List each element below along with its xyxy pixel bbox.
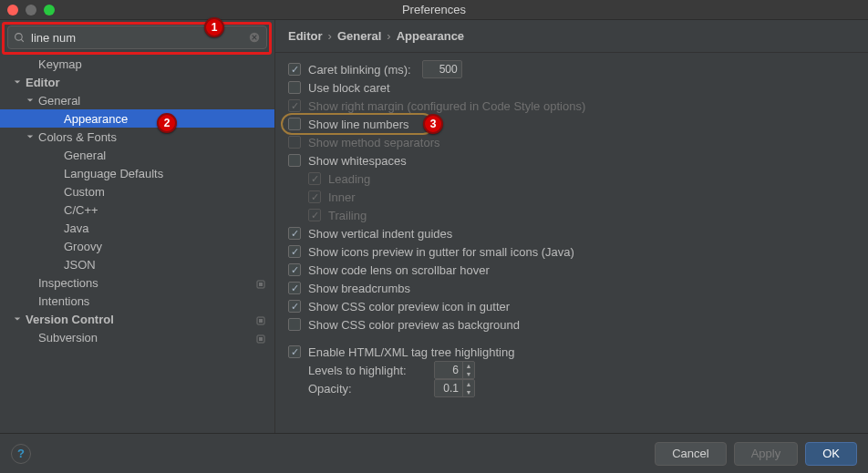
disclosure-icon [51,187,60,196]
vertical-indent-label: Show vertical indent guides [308,227,452,241]
disclosure-icon [51,114,60,123]
disclosure-icon [26,296,35,305]
show-right-margin-label: Show right margin (configured in Code St… [308,99,585,113]
disclosure-icon [26,59,35,68]
opacity-spinner[interactable]: ▲▼ [462,380,474,396]
disclosure-icon [26,333,35,342]
disclosure-icon [51,205,60,214]
use-block-caret-label: Use block caret [308,81,390,95]
svg-line-1 [21,39,24,42]
breadcrumb-part: Appearance [397,29,464,43]
cancel-button[interactable]: Cancel [655,442,726,466]
icons-preview-label: Show icons preview in gutter for small i… [308,245,574,259]
css-bg-label: Show CSS color preview as background [308,318,520,332]
sidebar-item-general[interactable]: General [0,91,274,109]
project-scope-icon [256,333,265,342]
caret-blinking-field[interactable] [422,60,462,78]
vertical-indent-checkbox[interactable] [288,227,301,240]
ok-button[interactable]: OK [805,442,857,466]
sidebar-item-groovy[interactable]: Groovy [0,237,274,255]
disclosure-icon [26,132,35,141]
sidebar-item-keymap[interactable]: Keymap [0,55,274,73]
svg-rect-4 [259,283,263,286]
code-lens-label: Show code lens on scrollbar hover [308,263,490,277]
svg-rect-8 [259,337,263,341]
sidebar-item-json[interactable]: JSON [0,255,274,273]
sidebar-item-label: Editor [26,76,60,89]
sidebar-item-appearance[interactable]: Appearance [0,109,274,128]
opacity-input[interactable] [435,382,462,395]
disclosure-icon [51,150,60,159]
svg-rect-6 [259,319,263,323]
sidebar-item-version-control[interactable]: Version Control [0,310,274,328]
breadcrumb-part: General [337,29,381,43]
show-line-numbers-checkbox[interactable] [288,118,301,130]
close-window-icon[interactable] [7,5,18,15]
content-panel: Editor › General › Appearance Caret blin… [275,20,868,433]
opacity-field[interactable]: ▲▼ [434,379,475,397]
chevron-right-icon: › [387,29,390,43]
sidebar-item-custom[interactable]: Custom [0,182,274,201]
disclosure-icon [51,260,60,269]
sidebar-item-subversion[interactable]: Subversion [0,328,274,346]
zoom-window-icon[interactable] [44,5,55,15]
spinner-down-icon[interactable]: ▼ [463,370,474,378]
sidebar-item-colors-fonts[interactable]: Colors & Fonts [0,128,274,146]
clear-search-icon[interactable] [248,31,261,44]
caret-blinking-checkbox[interactable] [288,63,301,76]
levels-field[interactable]: ▲▼ [434,361,475,379]
breadcrumb: Editor › General › Appearance [275,20,868,53]
sidebar-item-intentions[interactable]: Intentions [0,292,274,310]
titlebar: Preferences [0,0,868,20]
sidebar-item-c-c-[interactable]: C/C++ [0,201,274,219]
levels-spinner[interactable]: ▲▼ [462,362,474,378]
project-scope-icon [256,278,265,287]
sidebar-item-java[interactable]: Java [0,219,274,237]
sidebar-item-label: Language Defaults [64,167,163,180]
sidebar-item-label: Version Control [26,313,114,326]
inner-label: Inner [328,190,356,204]
sidebar-item-general[interactable]: General [0,146,274,164]
css-gutter-checkbox[interactable] [288,300,301,313]
disclosure-icon [51,223,60,232]
sidebar-item-label: Colors & Fonts [38,130,117,144]
preferences-tree[interactable]: KeymapEditorGeneralAppearanceColors & Fo… [0,55,274,433]
levels-input[interactable] [435,364,462,376]
sidebar-item-inspections[interactable]: Inspections [0,273,274,292]
sidebar-item-label: Intentions [38,294,89,308]
search-input[interactable] [31,31,248,45]
css-bg-checkbox[interactable] [288,318,301,331]
show-line-numbers-label: Show line numbers [308,118,409,131]
sidebar-item-editor[interactable]: Editor [0,73,274,91]
spinner-up-icon[interactable]: ▲ [463,380,474,388]
spinner-down-icon[interactable]: ▼ [463,388,474,396]
inner-checkbox [308,190,321,203]
disclosure-icon [13,314,22,324]
css-gutter-label: Show CSS color preview icon in gutter [308,300,510,314]
disclosure-icon [13,77,22,87]
help-button[interactable]: ? [11,444,31,464]
sidebar-item-label: General [38,94,80,108]
svg-point-0 [16,33,23,40]
use-block-caret-checkbox[interactable] [288,81,301,94]
footer: ? Cancel Apply OK [0,433,868,473]
disclosure-icon [51,242,60,251]
caret-blinking-input[interactable] [423,63,461,76]
disclosure-icon [26,96,35,105]
disclosure-icon [51,169,60,178]
search-box[interactable] [7,26,267,49]
breadcrumbs-checkbox[interactable] [288,282,301,294]
spinner-up-icon[interactable]: ▲ [463,362,474,370]
sidebar-item-label: General [64,149,106,162]
project-scope-icon [256,314,265,324]
sidebar-item-language-defaults[interactable]: Language Defaults [0,164,274,182]
icons-preview-checkbox[interactable] [288,245,301,258]
code-lens-checkbox[interactable] [288,263,301,276]
trailing-label: Trailing [328,209,367,222]
show-method-separators-label: Show method separators [308,136,440,149]
annotation-badge-3: 3 [423,114,443,134]
html-highlight-checkbox[interactable] [288,345,301,358]
sidebar-item-label: Groovy [64,240,102,253]
show-whitespaces-checkbox[interactable] [288,154,301,167]
trailing-checkbox [308,209,321,221]
